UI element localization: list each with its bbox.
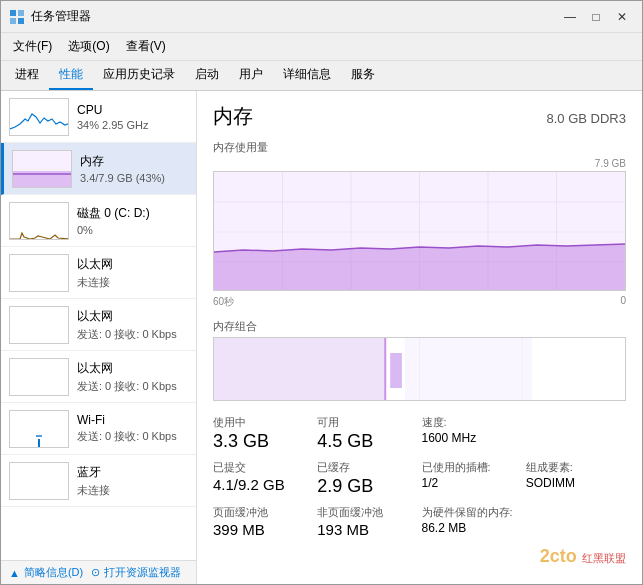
- eth2-thumb: [9, 306, 69, 344]
- summary-label: 简略信息(D): [24, 565, 83, 580]
- stat-available: 可用 4.5 GB: [317, 415, 417, 452]
- svg-rect-4: [10, 99, 69, 136]
- svg-rect-9: [10, 255, 69, 292]
- available-label: 可用: [317, 415, 417, 430]
- monitor-label: 打开资源监视器: [104, 565, 181, 580]
- composition-chart: [213, 337, 626, 401]
- panel-subtitle: 8.0 GB DDR3: [547, 111, 626, 126]
- maximize-button[interactable]: □: [584, 7, 608, 27]
- stat-hardware: 为硬件保留的内存: 86.2 MB: [422, 505, 522, 538]
- in-use-value: 3.3 GB: [213, 431, 313, 452]
- chart-time: 60秒 0: [213, 295, 626, 309]
- sidebar-item-wifi[interactable]: Wi-Fi 发送: 0 接收: 0 Kbps: [1, 403, 196, 455]
- disk-thumb: [9, 202, 69, 240]
- form-value: SODIMM: [526, 476, 626, 490]
- svg-rect-15: [10, 463, 69, 500]
- stat-speed: 速度: 1600 MHz: [422, 415, 522, 452]
- svg-rect-29: [390, 353, 402, 388]
- tab-users[interactable]: 用户: [229, 61, 273, 90]
- tab-services[interactable]: 服务: [341, 61, 385, 90]
- nonpaged-value: 193 MB: [317, 521, 417, 538]
- eth1-info: 以太网 未连接: [77, 256, 188, 290]
- chart-label: 内存使用量: [213, 140, 626, 155]
- stat-nonpaged: 非页面缓冲池 193 MB: [317, 505, 417, 538]
- wifi-name: Wi-Fi: [77, 413, 188, 427]
- wifi-value: 发送: 0 接收: 0 Kbps: [77, 429, 188, 444]
- committed-value: 4.1/9.2 GB: [213, 476, 313, 493]
- tab-app-history[interactable]: 应用历史记录: [93, 61, 185, 90]
- stat-form: 组成要素: SODIMM: [526, 460, 626, 497]
- menu-bar: 文件(F) 选项(O) 查看(V): [1, 33, 642, 61]
- close-button[interactable]: ✕: [610, 7, 634, 27]
- sidebar-item-eth1[interactable]: 以太网 未连接: [1, 247, 196, 299]
- time-left: 60秒: [213, 295, 234, 309]
- wifi-info: Wi-Fi 发送: 0 接收: 0 Kbps: [77, 413, 188, 444]
- menu-options[interactable]: 选项(O): [60, 35, 117, 58]
- speed-label: 速度:: [422, 415, 522, 430]
- watermark-area: 2cto 红黑联盟: [213, 546, 626, 567]
- cpu-value: 34% 2.95 GHz: [77, 119, 188, 131]
- chart-max-label: 7.9 GB: [213, 158, 626, 169]
- cpu-info: CPU 34% 2.95 GHz: [77, 103, 188, 131]
- sidebar-item-disk[interactable]: 磁盘 0 (C: D:) 0%: [1, 195, 196, 247]
- eth1-name: 以太网: [77, 256, 188, 273]
- sidebar: CPU 34% 2.95 GHz 内存 3: [1, 91, 197, 584]
- eth3-info: 以太网 发送: 0 接收: 0 Kbps: [77, 360, 188, 394]
- title-controls: — □ ✕: [558, 7, 634, 27]
- sidebar-item-cpu[interactable]: CPU 34% 2.95 GHz: [1, 91, 196, 143]
- sidebar-item-memory[interactable]: 内存 3.4/7.9 GB (43%): [1, 143, 196, 195]
- time-right: 0: [620, 295, 626, 309]
- svg-rect-1: [18, 10, 24, 16]
- stats-section: 使用中 3.3 GB 可用 4.5 GB 速度: 1600 MHz 已提交: [213, 415, 626, 538]
- bt-value: 未连接: [77, 483, 188, 498]
- cached-value: 2.9 GB: [317, 476, 417, 497]
- memory-usage-chart: [213, 171, 626, 291]
- svg-rect-8: [10, 203, 69, 240]
- svg-rect-13: [38, 439, 40, 447]
- composition-chart-svg: [214, 338, 625, 401]
- sidebar-footer: ▲ 简略信息(D) ⊙ 打开资源监视器: [1, 560, 196, 584]
- bt-thumb: [9, 462, 69, 500]
- svg-rect-10: [10, 307, 69, 344]
- stat-slots: 已使用的插槽: 1/2: [422, 460, 522, 497]
- committed-label: 已提交: [213, 460, 313, 475]
- svg-rect-0: [10, 10, 16, 16]
- sidebar-item-eth2[interactable]: 以太网 发送: 0 接收: 0 Kbps: [1, 299, 196, 351]
- eth2-name: 以太网: [77, 308, 188, 325]
- eth3-thumb: [9, 358, 69, 396]
- mem-name: 内存: [80, 153, 188, 170]
- minimize-button[interactable]: —: [558, 7, 582, 27]
- eth3-name: 以太网: [77, 360, 188, 377]
- cached-label: 已缓存: [317, 460, 417, 475]
- tab-startup[interactable]: 启动: [185, 61, 229, 90]
- svg-rect-14: [36, 435, 42, 437]
- available-value: 4.5 GB: [317, 431, 417, 452]
- menu-file[interactable]: 文件(F): [5, 35, 60, 58]
- disk-value: 0%: [77, 224, 188, 236]
- eth3-value: 发送: 0 接收: 0 Kbps: [77, 379, 188, 394]
- sidebar-item-bluetooth[interactable]: 蓝牙 未连接: [1, 455, 196, 507]
- svg-rect-30: [405, 338, 532, 401]
- tab-details[interactable]: 详细信息: [273, 61, 341, 90]
- sidebar-item-eth3[interactable]: 以太网 发送: 0 接收: 0 Kbps: [1, 351, 196, 403]
- title-bar-left: 任务管理器: [9, 8, 91, 25]
- slots-label: 已使用的插槽:: [422, 460, 522, 475]
- cpu-name: CPU: [77, 103, 188, 117]
- watermark-sub: 红黑联盟: [582, 552, 626, 564]
- paged-value: 399 MB: [213, 521, 313, 538]
- summary-toggle[interactable]: ▲ 简略信息(D): [9, 565, 83, 580]
- speed-value: 1600 MHz: [422, 431, 522, 445]
- svg-rect-3: [18, 18, 24, 24]
- tab-processes[interactable]: 进程: [5, 61, 49, 90]
- stat-paged: 页面缓冲池 399 MB: [213, 505, 313, 538]
- open-monitor[interactable]: ⊙ 打开资源监视器: [91, 565, 181, 580]
- hardware-label: 为硬件保留的内存:: [422, 505, 522, 520]
- eth1-thumb: [9, 254, 69, 292]
- menu-view[interactable]: 查看(V): [118, 35, 174, 58]
- svg-rect-31: [532, 338, 625, 401]
- tab-performance[interactable]: 性能: [49, 61, 93, 90]
- eth2-info: 以太网 发送: 0 接收: 0 Kbps: [77, 308, 188, 342]
- sidebar-list: CPU 34% 2.95 GHz 内存 3: [1, 91, 196, 560]
- right-panel: 内存 8.0 GB DDR3 内存使用量 7.9 GB: [197, 91, 642, 584]
- stat-committed: 已提交 4.1/9.2 GB: [213, 460, 313, 497]
